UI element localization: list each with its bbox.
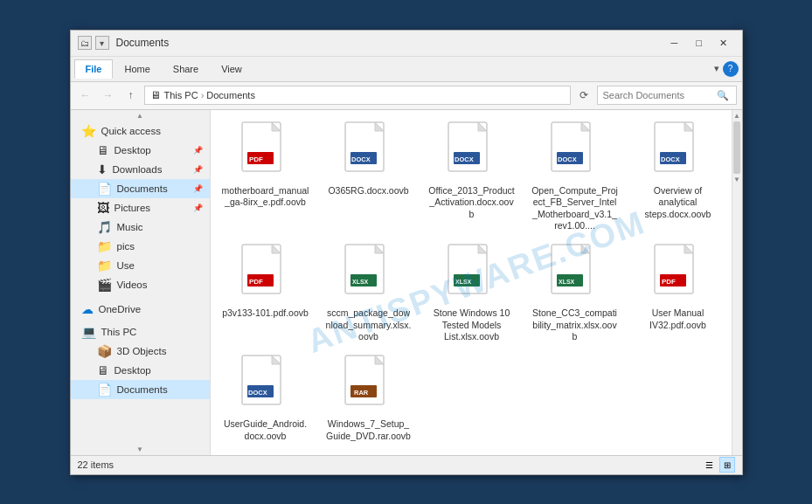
- file-name: p3v133-101.pdf.oovb: [222, 307, 309, 320]
- scroll-top-indicator[interactable]: ▲: [733, 110, 740, 120]
- file-icon: DOCX: [447, 121, 497, 182]
- file-name: O365RG.docx.oovb: [328, 185, 408, 197]
- tab-view[interactable]: View: [210, 59, 253, 79]
- sidebar-label-use: Use: [117, 260, 135, 271]
- file-icon: XLSX: [447, 243, 497, 304]
- 3d-objects-icon: 📦: [97, 344, 112, 358]
- pin-icon: 📌: [193, 146, 203, 155]
- sidebar-label-desktop2: Desktop: [115, 365, 151, 376]
- list-item[interactable]: PDF User Manual IV32.pdf.oovb: [630, 239, 726, 347]
- file-icon: PDF: [240, 121, 291, 182]
- forward-button[interactable]: →: [99, 86, 118, 105]
- file-icon: PDF: [653, 243, 704, 304]
- title-bar-icons: 🗂 ▾: [78, 36, 109, 50]
- list-item[interactable]: RAR Windows_7_Setup_Guide_DVD.rar.oovb: [321, 350, 417, 445]
- svg-text:PDF: PDF: [249, 155, 263, 163]
- sidebar-label-desktop: Desktop: [115, 145, 151, 155]
- ribbon-expand[interactable]: ▾: [714, 63, 719, 74]
- svg-text:DOCX: DOCX: [661, 155, 680, 163]
- refresh-button[interactable]: ⟳: [574, 86, 593, 105]
- sidebar-item-this-pc[interactable]: 💻 This PC: [71, 322, 210, 342]
- sidebar-item-music[interactable]: 🎵 Music: [71, 217, 210, 237]
- list-item[interactable]: DOCX Office_2013_Product_Activation.docx…: [424, 117, 520, 237]
- title-arrow: ▾: [95, 36, 109, 50]
- files-grid: PDF motherboard_manual_ga-8irx_e.pdf.oov…: [218, 117, 735, 446]
- tab-home[interactable]: Home: [113, 59, 161, 79]
- list-item[interactable]: PDF motherboard_manual_ga-8irx_e.pdf.oov…: [218, 117, 314, 237]
- path-documents[interactable]: Documents: [206, 90, 255, 100]
- list-view-button[interactable]: ☰: [702, 457, 718, 473]
- sidebar-label-quick-access: Quick access: [101, 126, 161, 136]
- sidebar-label-downloads: Downloads: [113, 164, 163, 175]
- file-icon: XLSX: [550, 243, 600, 304]
- sidebar-item-use[interactable]: 📁 Use: [71, 256, 210, 275]
- search-input[interactable]: [603, 90, 717, 100]
- scroll-bottom-indicator[interactable]: ▼: [733, 176, 740, 185]
- minimize-button[interactable]: ─: [663, 34, 686, 52]
- onedrive-icon: ☁: [81, 302, 94, 316]
- sidebar-item-pictures[interactable]: 🖼 Pictures 📌: [71, 198, 210, 217]
- file-icon: DOCX: [653, 121, 704, 182]
- title-bar: 🗂 ▾ Documents ─ □ ✕: [71, 31, 742, 57]
- scroll-up-btn[interactable]: ▲: [71, 110, 210, 121]
- pictures-icon: 🖼: [97, 201, 109, 215]
- file-icon: DOCX: [344, 121, 394, 182]
- file-icon: RAR: [344, 354, 394, 415]
- list-item[interactable]: DOCX O365RG.docx.oovb: [321, 117, 417, 237]
- list-item[interactable]: XLSX Stone_CC3_compatibility_matrix.xlsx…: [527, 239, 623, 347]
- desktop-icon: 🖥: [97, 143, 109, 157]
- svg-text:DOCX: DOCX: [558, 155, 577, 163]
- path-this-pc[interactable]: This PC: [164, 90, 198, 100]
- back-button[interactable]: ←: [76, 86, 95, 105]
- file-name: Stone_CC3_compatibility_matrix.xlsx.oovb: [531, 307, 619, 343]
- sidebar-item-downloads[interactable]: ⬇ Downloads 📌: [71, 160, 210, 179]
- documents-icon: 📄: [97, 182, 112, 196]
- sidebar-label-pictures: Pictures: [115, 203, 151, 213]
- grid-view-button[interactable]: ⊞: [719, 457, 735, 473]
- sidebar-label-videos: Videos: [117, 280, 148, 290]
- pin-icon-doc: 📌: [193, 184, 203, 193]
- search-icon[interactable]: 🔍: [717, 90, 729, 101]
- sidebar-item-videos[interactable]: 🎬 Videos: [71, 275, 210, 294]
- use-icon: 📁: [97, 259, 112, 273]
- help-button[interactable]: ?: [723, 61, 739, 77]
- sidebar-item-3d-objects[interactable]: 📦 3D Objects: [71, 342, 210, 361]
- sidebar-item-documents2[interactable]: 📄 Documents: [71, 380, 210, 399]
- ribbon: File Home Share View ▾ ?: [71, 57, 742, 82]
- maximize-button[interactable]: □: [688, 34, 711, 52]
- up-button[interactable]: ↑: [121, 86, 141, 105]
- downloads-icon: ⬇: [97, 162, 108, 176]
- sidebar-item-desktop2[interactable]: 🖥 Desktop: [71, 361, 210, 380]
- list-item[interactable]: DOCX Overview of analytical steps.docx.o…: [630, 117, 726, 237]
- list-item[interactable]: DOCX UserGuide_Android.docx.oovb: [218, 350, 314, 445]
- sidebar-item-documents[interactable]: 📄 Documents 📌: [71, 179, 210, 198]
- scroll-down-btn[interactable]: ▼: [71, 444, 210, 455]
- list-item[interactable]: PDF p3v133-101.pdf.oovb: [218, 239, 314, 347]
- tab-share[interactable]: Share: [162, 59, 210, 79]
- videos-icon: 🎬: [97, 278, 112, 292]
- this-pc-icon: 💻: [81, 325, 96, 339]
- file-name: User Manual IV32.pdf.oovb: [635, 307, 722, 331]
- close-button[interactable]: ✕: [712, 34, 735, 52]
- ribbon-tabs: File Home Share View ▾ ?: [71, 57, 742, 81]
- sidebar-item-quick-access[interactable]: ⭐ Quick access: [71, 121, 210, 141]
- list-item[interactable]: XLSX sccm_package_download_summary.xlsx.…: [321, 239, 417, 347]
- scroll-thumb[interactable]: [733, 121, 740, 174]
- file-scrollbar[interactable]: ▲ ▼: [732, 110, 742, 455]
- view-controls: ☰ ⊞: [702, 457, 735, 473]
- sidebar-item-desktop[interactable]: 🖥 Desktop 📌: [71, 141, 210, 160]
- sidebar-item-onedrive[interactable]: ☁ OneDrive: [71, 300, 210, 319]
- pin-icon-pic: 📌: [193, 204, 203, 212]
- list-item[interactable]: XLSX Stone Windows 10 Tested Models List…: [424, 239, 520, 347]
- tab-file[interactable]: File: [74, 59, 114, 79]
- svg-text:DOCX: DOCX: [248, 389, 267, 397]
- documents2-icon: 📄: [97, 383, 112, 397]
- address-path[interactable]: 🖥 This PC › Documents: [144, 86, 571, 105]
- title-bar-title: Documents: [116, 37, 663, 49]
- list-item[interactable]: DOCX Open_Compute_Project_FB_Server_Inte…: [527, 117, 623, 237]
- main-area: ▲ ⭐ Quick access 🖥 Desktop 📌 ⬇ Downloads…: [71, 110, 742, 455]
- file-view: ANTISPYWARE.COM PDF motherboard_manual_g…: [211, 110, 742, 455]
- file-icon: DOCX: [240, 354, 291, 415]
- sidebar-item-pics[interactable]: 📁 pics: [71, 237, 210, 256]
- svg-text:XLSX: XLSX: [455, 279, 472, 285]
